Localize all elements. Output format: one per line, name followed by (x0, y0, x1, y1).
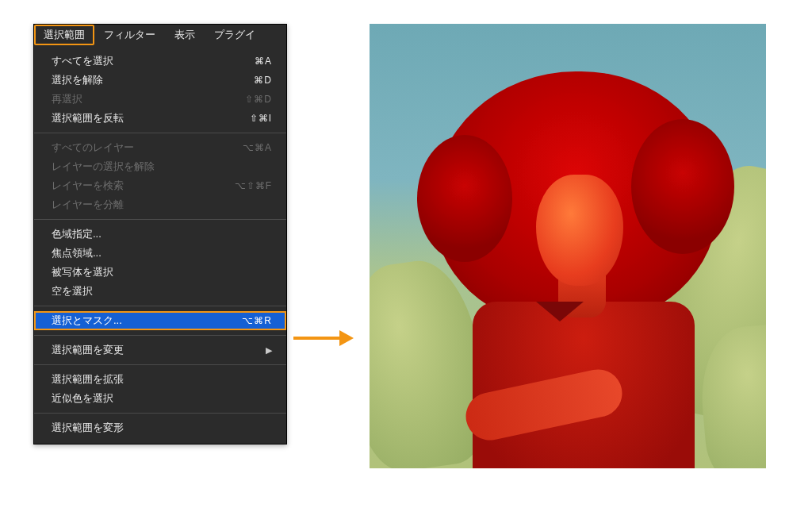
menu-item-label: 被写体を選択 (52, 265, 113, 279)
menu-item-label: レイヤーを分離 (52, 198, 124, 212)
chevron-right-icon: ▶ (266, 343, 272, 357)
menu-item-label: 選択範囲を変更 (52, 343, 124, 357)
menu-item-grow[interactable]: 選択範囲を拡張 (34, 370, 286, 389)
menu-divider (34, 219, 286, 220)
menubar-item-selection[interactable]: 選択範囲 (34, 25, 94, 45)
person-silhouette (417, 71, 734, 468)
menu-item-transform-selection[interactable]: 選択範囲を変形 (34, 418, 286, 437)
menu-item-reselect: 再選択 ⇧⌘D (34, 90, 286, 109)
menu-item-shortcut: ⌘D (254, 73, 272, 87)
menu-item-label: 選択範囲を変形 (52, 421, 124, 435)
menu-item-select-subject[interactable]: 被写体を選択 (34, 263, 286, 282)
selection-menu: 選択範囲 フィルター 表示 プラグイ すべてを選択 ⌘A 選択を解除 ⌘D 再選… (33, 24, 287, 444)
selection-dropdown: すべてを選択 ⌘A 選択を解除 ⌘D 再選択 ⇧⌘D 選択範囲を反転 ⇧⌘I す… (34, 45, 286, 444)
menu-item-select-all[interactable]: すべてを選択 ⌘A (34, 52, 286, 71)
face-shape (536, 175, 623, 286)
menu-item-label: 選択範囲を拡張 (52, 372, 124, 387)
menubar: 選択範囲 フィルター 表示 プラグイ (34, 25, 286, 45)
menu-item-label: レイヤーの選択を解除 (52, 160, 155, 174)
menu-section: すべてを選択 ⌘A 選択を解除 ⌘D 再選択 ⇧⌘D 選択範囲を反転 ⇧⌘I (34, 48, 286, 131)
menu-divider (34, 335, 286, 336)
menubar-item-filter[interactable]: フィルター (94, 25, 165, 45)
menu-item-label: 近似色を選択 (52, 391, 113, 406)
menubar-item-plugin[interactable]: プラグイ (205, 25, 265, 45)
menu-divider (34, 133, 286, 133)
menu-item-shortcut: ⇧⌘D (245, 92, 272, 106)
menu-item-modify-selection[interactable]: 選択範囲を変更 ▶ (34, 341, 286, 360)
menu-item-deselect-layers: レイヤーの選択を解除 (34, 157, 286, 176)
menu-item-label: 選択範囲を反転 (52, 111, 124, 125)
menu-item-label: 空を選択 (52, 284, 93, 298)
menu-item-label: 再選択 (52, 92, 82, 106)
menu-item-similar[interactable]: 近似色を選択 (34, 389, 286, 408)
menu-item-select-and-mask[interactable]: 選択とマスク... ⌥⌘R (34, 311, 286, 330)
menu-item-select-sky[interactable]: 空を選択 (34, 282, 286, 301)
menu-item-shortcut: ⌥⌘R (242, 314, 272, 328)
menu-item-shortcut: ⌥⌘A (243, 140, 272, 155)
collar-shape (536, 302, 584, 321)
menu-item-isolate-layers: レイヤーを分離 (34, 195, 286, 214)
menu-item-label: 色域指定... (52, 227, 102, 241)
menu-item-shortcut: ⌥⇧⌘F (235, 179, 272, 193)
menu-item-all-layers: すべてのレイヤー ⌥⌘A (34, 138, 286, 157)
menubar-item-view[interactable]: 表示 (165, 25, 205, 45)
menu-item-inverse[interactable]: 選択範囲を反転 ⇧⌘I (34, 109, 286, 128)
menu-item-find-layers: レイヤーを検索 ⌥⇧⌘F (34, 176, 286, 195)
menu-item-shortcut: ⌘A (255, 54, 272, 68)
menu-item-label: 選択を解除 (52, 73, 103, 87)
menu-divider (34, 364, 286, 365)
menu-item-focus-area[interactable]: 焦点領域... (34, 244, 286, 263)
image-preview (370, 24, 766, 468)
menu-item-label: すべてのレイヤー (52, 140, 134, 155)
menu-section: 選択範囲を変形 (34, 415, 286, 441)
menu-item-label: 焦点領域... (52, 246, 102, 260)
menu-item-color-range[interactable]: 色域指定... (34, 225, 286, 244)
menu-section: 色域指定... 焦点領域... 被写体を選択 空を選択 (34, 221, 286, 304)
menu-item-label: 選択とマスク... (52, 314, 122, 328)
menu-section: 選択範囲を変更 ▶ (34, 337, 286, 363)
menu-divider (34, 306, 286, 306)
callout-arrow-icon (293, 330, 357, 346)
menu-item-label: レイヤーを検索 (52, 179, 124, 193)
menu-section: すべてのレイヤー ⌥⌘A レイヤーの選択を解除 レイヤーを検索 ⌥⇧⌘F レイヤ… (34, 135, 286, 217)
menu-item-deselect[interactable]: 選択を解除 ⌘D (34, 71, 286, 90)
menu-section: 選択範囲を拡張 近似色を選択 (34, 367, 286, 411)
menu-divider (34, 413, 286, 414)
menu-section: 選択とマスク... ⌥⌘R (34, 308, 286, 333)
menu-item-label: すべてを選択 (52, 54, 113, 68)
menu-item-shortcut: ⇧⌘I (250, 111, 272, 125)
